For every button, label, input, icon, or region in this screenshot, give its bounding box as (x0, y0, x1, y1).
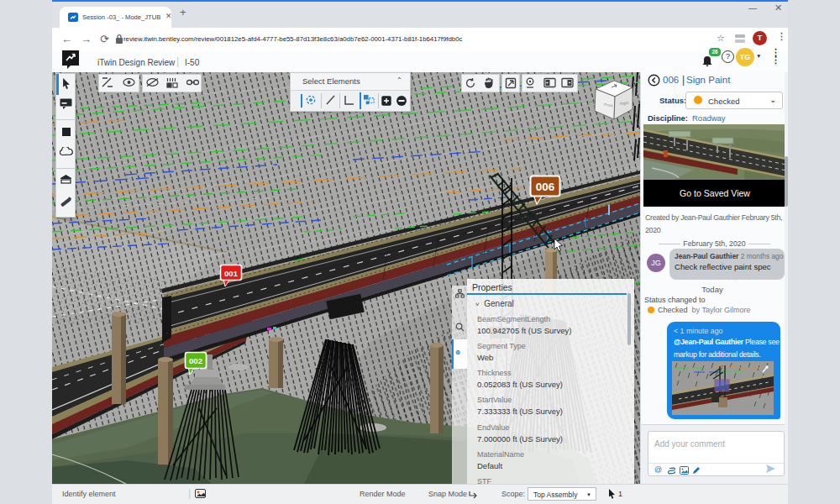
svg-text:001: 001 (224, 269, 239, 278)
svg-text:006: 006 (536, 181, 555, 193)
svg-text:002: 002 (189, 356, 202, 365)
